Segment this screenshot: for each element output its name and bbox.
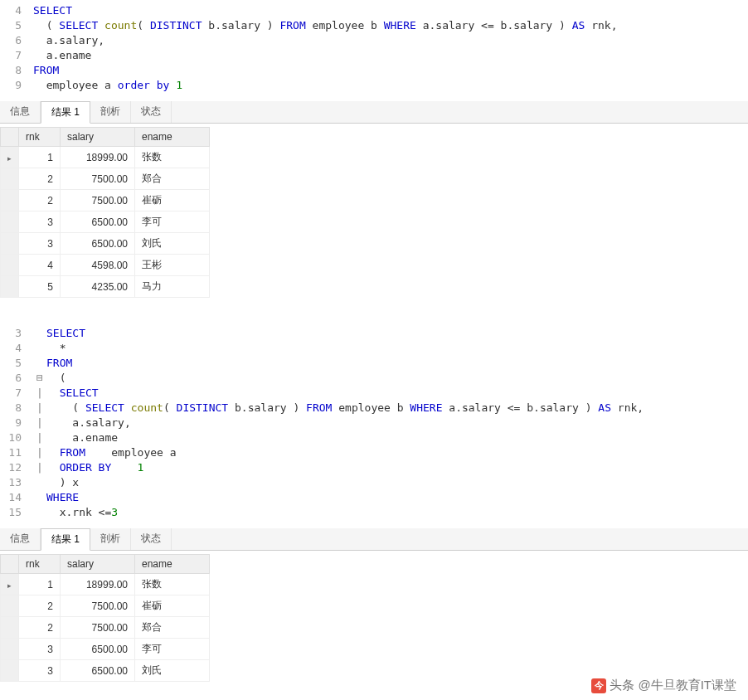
cell-ename[interactable]: 郑合 bbox=[135, 617, 210, 639]
table-row[interactable]: 27500.00崔砺 bbox=[1, 595, 210, 617]
cell-ename[interactable]: 刘氏 bbox=[135, 660, 210, 682]
cell-salary[interactable]: 7500.00 bbox=[61, 168, 135, 190]
code-content[interactable]: ORDER BY 1 bbox=[46, 460, 748, 475]
results-grid-1[interactable]: rnk salary ename 118999.00张数27500.00郑合27… bbox=[0, 127, 210, 298]
code-line[interactable]: 8FROM bbox=[0, 63, 748, 78]
cell-ename[interactable]: 马力 bbox=[135, 276, 210, 298]
row-handle[interactable] bbox=[1, 233, 19, 255]
col-header-rnk[interactable]: rnk bbox=[19, 555, 61, 574]
code-content[interactable]: WHERE bbox=[46, 490, 748, 505]
table-row[interactable]: 27500.00郑合 bbox=[1, 168, 210, 190]
tab-status[interactable]: 状态 bbox=[131, 101, 172, 123]
col-header-salary[interactable]: salary bbox=[61, 128, 135, 147]
cell-rnk[interactable]: 3 bbox=[19, 639, 61, 660]
code-content[interactable]: FROM bbox=[33, 63, 748, 78]
tab-info[interactable]: 信息 bbox=[0, 528, 41, 550]
row-handle[interactable] bbox=[1, 211, 19, 233]
code-line[interactable]: 10| a.ename bbox=[0, 430, 748, 445]
code-content[interactable]: FROM employee a bbox=[46, 445, 748, 460]
cell-rnk[interactable]: 3 bbox=[19, 233, 61, 255]
cell-ename[interactable]: 张数 bbox=[135, 574, 210, 595]
table-row[interactable]: 36500.00李可 bbox=[1, 639, 210, 660]
table-row[interactable]: 118999.00张数 bbox=[1, 574, 210, 595]
cell-salary[interactable]: 7500.00 bbox=[61, 190, 135, 211]
col-header-ename[interactable]: ename bbox=[135, 555, 210, 574]
cell-salary[interactable]: 18999.00 bbox=[61, 574, 135, 595]
code-content[interactable]: a.salary, bbox=[46, 416, 748, 430]
cell-rnk[interactable]: 4 bbox=[19, 255, 61, 276]
code-content[interactable]: ( SELECT count( DISTINCT b.salary ) FROM… bbox=[46, 401, 748, 416]
code-line[interactable]: 7 a.ename bbox=[0, 48, 748, 63]
code-content[interactable]: FROM bbox=[46, 356, 748, 371]
cell-salary[interactable]: 18999.00 bbox=[61, 147, 135, 168]
cell-salary[interactable]: 6500.00 bbox=[61, 233, 135, 255]
code-content[interactable]: a.ename bbox=[46, 430, 748, 445]
code-line[interactable]: 6 a.salary, bbox=[0, 33, 748, 48]
code-line[interactable]: 15 x.rnk <=3 bbox=[0, 505, 748, 520]
row-handle[interactable] bbox=[1, 660, 19, 682]
row-handle[interactable] bbox=[1, 276, 19, 298]
cell-rnk[interactable]: 2 bbox=[19, 168, 61, 190]
code-line[interactable]: 11| FROM employee a bbox=[0, 445, 748, 460]
cell-ename[interactable]: 张数 bbox=[135, 147, 210, 168]
cell-rnk[interactable]: 3 bbox=[19, 211, 61, 233]
table-row[interactable]: 118999.00张数 bbox=[1, 147, 210, 168]
col-header-salary[interactable]: salary bbox=[61, 555, 135, 574]
row-handle[interactable] bbox=[1, 595, 19, 617]
code-line[interactable]: 4 * bbox=[0, 341, 748, 356]
results-grid-2[interactable]: rnk salary ename 118999.00张数27500.00崔砺27… bbox=[0, 554, 210, 682]
cell-ename[interactable]: 崔砺 bbox=[135, 190, 210, 211]
row-handle[interactable] bbox=[1, 168, 19, 190]
cell-ename[interactable]: 郑合 bbox=[135, 168, 210, 190]
cell-salary[interactable]: 4235.00 bbox=[61, 276, 135, 298]
code-line[interactable]: 5 ( SELECT count( DISTINCT b.salary ) FR… bbox=[0, 18, 748, 33]
code-line[interactable]: 6⊟ ( bbox=[0, 371, 748, 386]
cell-ename[interactable]: 王彬 bbox=[135, 255, 210, 276]
cell-ename[interactable]: 刘氏 bbox=[135, 233, 210, 255]
cell-salary[interactable]: 6500.00 bbox=[61, 639, 135, 660]
code-line[interactable]: 9| a.salary, bbox=[0, 416, 748, 430]
code-content[interactable]: ( bbox=[46, 371, 748, 386]
code-content[interactable]: a.ename bbox=[33, 48, 748, 63]
row-handle[interactable] bbox=[1, 190, 19, 211]
table-row[interactable]: 36500.00李可 bbox=[1, 211, 210, 233]
col-header-ename[interactable]: ename bbox=[135, 128, 210, 147]
cell-rnk[interactable]: 3 bbox=[19, 660, 61, 682]
code-line[interactable]: 12| ORDER BY 1 bbox=[0, 460, 748, 475]
table-row[interactable]: 36500.00刘氏 bbox=[1, 233, 210, 255]
cell-salary[interactable]: 4598.00 bbox=[61, 255, 135, 276]
code-line[interactable]: 5FROM bbox=[0, 356, 748, 371]
fold-marker[interactable]: ⊟ bbox=[33, 371, 46, 386]
table-row[interactable]: 54235.00马力 bbox=[1, 276, 210, 298]
code-content[interactable]: a.salary, bbox=[33, 33, 748, 48]
cell-ename[interactable]: 李可 bbox=[135, 639, 210, 660]
code-line[interactable]: 4SELECT bbox=[0, 3, 748, 18]
code-line[interactable]: 3SELECT bbox=[0, 326, 748, 341]
cell-salary[interactable]: 6500.00 bbox=[61, 211, 135, 233]
code-content[interactable]: SELECT bbox=[46, 326, 748, 341]
cell-ename[interactable]: 李可 bbox=[135, 211, 210, 233]
code-line[interactable]: 13 ) x bbox=[0, 475, 748, 490]
code-line[interactable]: 8| ( SELECT count( DISTINCT b.salary ) F… bbox=[0, 401, 748, 416]
cell-rnk[interactable]: 2 bbox=[19, 190, 61, 211]
row-handle[interactable] bbox=[1, 574, 19, 595]
code-line[interactable]: 9 employee a order by 1 bbox=[0, 78, 748, 93]
cell-rnk[interactable]: 1 bbox=[19, 147, 61, 168]
code-line[interactable]: 14WHERE bbox=[0, 490, 748, 505]
sql-editor-1[interactable]: 4SELECT5 ( SELECT count( DISTINCT b.sala… bbox=[0, 0, 748, 96]
row-handle[interactable] bbox=[1, 639, 19, 660]
tab-info[interactable]: 信息 bbox=[0, 101, 41, 123]
cell-ename[interactable]: 崔砺 bbox=[135, 595, 210, 617]
tab-result-1[interactable]: 结果 1 bbox=[41, 528, 90, 551]
table-row[interactable]: 27500.00郑合 bbox=[1, 617, 210, 639]
table-row[interactable]: 36500.00刘氏 bbox=[1, 660, 210, 682]
cell-rnk[interactable]: 5 bbox=[19, 276, 61, 298]
code-content[interactable]: SELECT bbox=[33, 3, 748, 18]
code-content[interactable]: x.rnk <=3 bbox=[46, 505, 748, 520]
col-header-rnk[interactable]: rnk bbox=[19, 128, 61, 147]
tab-status[interactable]: 状态 bbox=[131, 528, 172, 550]
code-content[interactable]: * bbox=[46, 341, 748, 356]
row-handle[interactable] bbox=[1, 255, 19, 276]
cell-rnk[interactable]: 2 bbox=[19, 617, 61, 639]
code-content[interactable]: ) x bbox=[46, 475, 748, 490]
